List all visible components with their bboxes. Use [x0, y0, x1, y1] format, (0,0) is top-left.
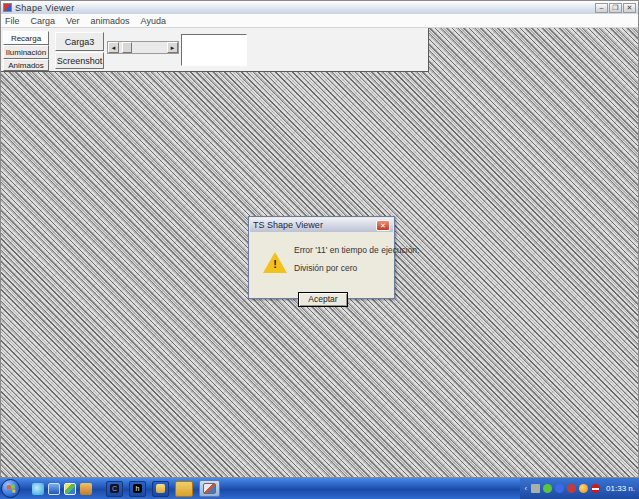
taskbar: C h ‹ 01:33 n. [0, 478, 639, 499]
show-desktop-icon[interactable] [48, 483, 60, 495]
photo-viewer-icon[interactable] [64, 483, 76, 495]
alert-icon[interactable] [567, 484, 576, 493]
warning-exclamation: ! [263, 258, 287, 270]
scrollbar-thumb[interactable] [122, 42, 132, 53]
window-title: Shape Viewer [15, 3, 74, 13]
task-button-2[interactable]: h [129, 481, 146, 497]
horizontal-scrollbar[interactable]: ◄ ► [107, 41, 179, 54]
task-button-active-shape-viewer[interactable] [199, 480, 220, 497]
network-icon[interactable] [531, 484, 540, 493]
shape-listbox[interactable] [181, 34, 247, 66]
task3-folder-icon [156, 484, 165, 493]
start-button[interactable] [1, 479, 20, 498]
antivirus-icon[interactable] [579, 484, 588, 493]
error-message-line2: División por cero [294, 263, 357, 273]
animados-button[interactable]: Animados [3, 59, 49, 71]
dialog-title: TS Shape Viewer [253, 220, 323, 230]
aceptar-button[interactable]: Aceptar [298, 292, 348, 307]
minimize-icon[interactable]: – [595, 3, 608, 13]
desktop: Shape Viewer – ❐ ✕ File Carga Ver animad… [0, 0, 639, 499]
task-button-4[interactable] [175, 481, 193, 497]
close-icon[interactable]: ✕ [623, 3, 636, 13]
warning-icon: ! [263, 252, 287, 273]
error-message-line1: Error '11' en tiempo de ejecución: [294, 245, 419, 255]
messenger-icon[interactable] [555, 484, 564, 493]
restore-icon[interactable]: ❐ [609, 3, 622, 13]
menu-carga[interactable]: Carga [31, 16, 56, 26]
quick-launch-bar [32, 483, 92, 495]
shape-viewer-thumbnail [203, 483, 216, 494]
error-dialog: TS Shape Viewer ✕ ! Error '11' en tiempo… [248, 216, 395, 299]
window-titlebar[interactable]: Shape Viewer – ❐ ✕ [1, 1, 638, 14]
system-tray: ‹ 01:33 n. [520, 478, 639, 499]
window-controls: – ❐ ✕ [595, 3, 636, 13]
task-button-1[interactable]: C [106, 481, 123, 497]
tray-expand-icon[interactable]: ‹ [524, 484, 527, 493]
folder-icon[interactable] [80, 483, 92, 495]
browser-icon[interactable] [32, 483, 44, 495]
toolbar-panel: Recarga Iluminación Animados Carga3 Scre… [1, 28, 429, 72]
carga3-button[interactable]: Carga3 [55, 32, 104, 51]
scrollbar-track[interactable] [119, 42, 167, 53]
no-entry-icon[interactable] [591, 484, 600, 493]
update-icon[interactable] [543, 484, 552, 493]
screenshot-button[interactable]: Screenshot [55, 52, 104, 69]
task-button-3[interactable] [152, 481, 169, 497]
dialog-body: ! Error '11' en tiempo de ejecución: Div… [250, 232, 393, 297]
task-buttons: C h [106, 480, 220, 497]
taskbar-clock[interactable]: 01:33 n. [606, 484, 635, 493]
iluminacion-button[interactable]: Iluminación [3, 45, 49, 59]
menu-file[interactable]: File [5, 16, 20, 26]
recarga-button[interactable]: Recarga [3, 31, 49, 45]
task2-app-icon: h [133, 484, 142, 493]
task1-app-icon: C [110, 484, 119, 493]
dialog-close-icon[interactable]: ✕ [376, 220, 390, 231]
menu-animados[interactable]: animados [91, 16, 130, 26]
app-icon [3, 3, 12, 12]
menu-ayuda[interactable]: Ayuda [141, 16, 166, 26]
menu-ver[interactable]: Ver [66, 16, 80, 26]
windows-logo-icon [6, 484, 15, 493]
dialog-titlebar[interactable]: TS Shape Viewer ✕ [250, 218, 393, 232]
scroll-left-icon[interactable]: ◄ [108, 42, 119, 53]
scroll-right-icon[interactable]: ► [167, 42, 178, 53]
menu-bar: File Carga Ver animados Ayuda [1, 14, 638, 28]
